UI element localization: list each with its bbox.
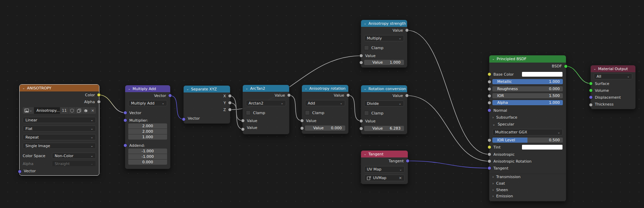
panel-coat[interactable]: › Coat <box>489 180 566 186</box>
tangent-output-socket[interactable] <box>406 159 410 163</box>
ior-level-slider[interactable]: IOR Level 0.500 <box>492 138 563 143</box>
roughness-slider[interactable]: Roughness 0.000 <box>492 86 563 91</box>
collapse-chevron-icon[interactable]: ⌄ <box>305 87 307 90</box>
panel-emission[interactable]: › Emission <box>489 193 566 201</box>
value-number-field[interactable]: Value 1.000 <box>364 60 404 65</box>
displacement-input-socket[interactable] <box>589 96 593 99</box>
node-header[interactable]: ⌄ Material Output <box>591 65 635 72</box>
direction-type-dropdown[interactable]: UV Map ⌄ <box>364 166 405 173</box>
addend-y-field[interactable]: -1.000 <box>128 154 167 159</box>
node-math-anisotropy-strength[interactable]: ⌄ Anisotropy strength Value Multiply ⌄ C… <box>361 20 407 68</box>
value-output-socket[interactable] <box>287 94 291 97</box>
source-dropdown[interactable]: Single Image ⌄ <box>23 143 96 149</box>
multiplier-z-field[interactable]: 1.000 <box>128 134 167 140</box>
clamp-checkbox[interactable] <box>246 110 251 115</box>
image-name-field[interactable]: Anisotropy... <box>34 107 60 114</box>
value-output-socket[interactable] <box>405 29 409 32</box>
base-color-input-socket[interactable] <box>488 73 491 76</box>
tint-input-socket[interactable] <box>488 145 491 149</box>
node-tangent[interactable]: ⌄ Tangent Tangent UV Map ⌄ UVMap × <box>361 150 408 184</box>
value2-input-socket[interactable] <box>300 127 304 130</box>
value-number-field[interactable]: Value 0.000 <box>305 125 345 131</box>
uv-map-field[interactable]: UVMap × <box>364 175 405 181</box>
alpha-input-socket[interactable] <box>488 101 491 105</box>
roughness-input-socket[interactable] <box>488 87 491 91</box>
node-editor-canvas[interactable]: ⌄ ANISOTROPY Color Alpha ⌄ Anisotropy...… <box>0 0 644 208</box>
node-material-output[interactable]: ⌄ Material Output All ⌄ Surface Volume D… <box>590 65 636 109</box>
operation-dropdown[interactable]: Arctan2 ⌄ <box>246 100 286 106</box>
tangent-input-socket[interactable] <box>488 166 491 170</box>
normal-input-socket[interactable] <box>488 109 491 112</box>
interpolation-dropdown[interactable]: Linear ⌄ <box>23 117 96 123</box>
image-browse-button[interactable]: ⌄ <box>23 107 34 114</box>
node-math-arctan2[interactable]: ⌄ ArcTan2 Value Arctan2 ⌄ Clamp Value Va… <box>242 85 290 134</box>
value2-input-socket[interactable] <box>359 127 363 131</box>
clamp-checkbox[interactable] <box>364 45 369 50</box>
ior-level-input-socket[interactable] <box>488 139 491 142</box>
clamp-checkbox[interactable] <box>364 111 369 116</box>
value2-input-socket[interactable] <box>241 127 245 131</box>
z-output-socket[interactable] <box>228 108 232 112</box>
node-vector-math-multiply-add[interactable]: ⌄ Multiply Add Vector Multiply Add ⌄ Vec… <box>125 85 171 169</box>
value1-input-socket[interactable] <box>241 119 245 123</box>
extension-dropdown[interactable]: Repeat ⌄ <box>23 134 96 140</box>
fake-user-button[interactable] <box>69 107 75 114</box>
node-header[interactable]: ⌄ ANISOTROPY <box>20 85 99 91</box>
ior-input-socket[interactable] <box>488 94 491 98</box>
vector-input-socket[interactable] <box>182 118 186 121</box>
multiplier-y-field[interactable]: 2.000 <box>128 129 167 134</box>
value2-input-socket[interactable] <box>359 61 363 65</box>
value-output-socket[interactable] <box>405 94 409 98</box>
node-header[interactable]: ⌄ Tangent <box>361 151 408 157</box>
collapse-chevron-icon[interactable]: ⌄ <box>364 22 367 25</box>
panel-subsurface[interactable]: › Subsurface <box>489 114 566 120</box>
operation-dropdown[interactable]: Multiply Add ⌄ <box>128 100 167 106</box>
anisotropic-input-socket[interactable] <box>488 153 491 156</box>
node-image-texture-anisotropy[interactable]: ⌄ ANISOTROPY Color Alpha ⌄ Anisotropy...… <box>19 84 99 176</box>
node-header[interactable]: ⌄ Multiply Add <box>125 85 170 92</box>
collapse-chevron-icon[interactable]: ⌄ <box>128 87 131 90</box>
unlink-image-button[interactable]: × <box>89 107 96 114</box>
collapse-chevron-icon[interactable]: ⌄ <box>364 153 367 156</box>
value-output-socket[interactable] <box>346 94 350 97</box>
node-math-rotation-conversion[interactable]: ⌄ Rotation conversion Value Divide ⌄ Cla… <box>361 85 407 134</box>
value-number-field[interactable]: Value 6.283 <box>364 126 404 131</box>
vector-input-socket[interactable] <box>18 170 22 174</box>
new-image-button[interactable] <box>76 107 82 114</box>
node-math-anisotropy-rotation[interactable]: ⌄ Anisotropy rotation Value Add ⌄ Clamp … <box>302 85 349 134</box>
collapse-chevron-icon[interactable]: ⌄ <box>245 87 248 90</box>
panel-specular[interactable]: ⌄ Specular <box>489 121 566 127</box>
volume-input-socket[interactable] <box>589 89 593 92</box>
target-dropdown[interactable]: All ⌄ <box>594 73 632 79</box>
collapse-chevron-icon[interactable]: ⌄ <box>593 67 596 70</box>
anisotropic-rotation-input-socket[interactable] <box>488 160 491 163</box>
projection-dropdown[interactable]: Flat ⌄ <box>23 125 96 132</box>
surface-input-socket[interactable] <box>589 82 593 86</box>
alpha-slider[interactable]: Alpha 1.000 <box>492 100 563 105</box>
panel-sheen[interactable]: › Sheen <box>489 187 566 193</box>
metallic-input-socket[interactable] <box>488 80 491 84</box>
thickness-input-socket[interactable] <box>589 103 593 107</box>
multiplier-x-field[interactable]: 2.000 <box>128 123 167 129</box>
ior-slider[interactable]: IOR 1.500 <box>492 93 563 98</box>
node-header[interactable]: ⌄ Principled BSDF <box>489 55 566 63</box>
alpha-output-socket[interactable] <box>97 100 101 104</box>
color-space-dropdown[interactable]: Non-Color ⌄ <box>52 153 96 159</box>
operation-dropdown[interactable]: Multiply ⌄ <box>364 35 404 41</box>
value1-input-socket[interactable] <box>300 119 304 123</box>
distribution-dropdown[interactable]: Multiscatter GGX ⌄ <box>492 129 563 135</box>
node-header[interactable]: ⌄ Anisotropy rotation <box>302 85 348 92</box>
pack-image-button[interactable] <box>83 107 89 114</box>
x-output-socket[interactable] <box>228 94 232 98</box>
node-header[interactable]: ⌄ Separate XYZ <box>184 86 230 92</box>
addend-z-field[interactable]: 0.000 <box>128 160 167 165</box>
tint-swatch[interactable] <box>522 144 563 150</box>
image-users-button[interactable]: 11 <box>60 107 68 114</box>
vector-output-socket[interactable] <box>168 94 172 98</box>
multiplier-input-socket[interactable] <box>123 119 127 122</box>
node-header[interactable]: ⌄ ArcTan2 <box>243 85 289 92</box>
value1-input-socket[interactable] <box>359 119 363 123</box>
addend-input-socket[interactable] <box>123 144 127 147</box>
color-output-socket[interactable] <box>97 93 101 97</box>
clamp-checkbox[interactable] <box>305 110 310 115</box>
